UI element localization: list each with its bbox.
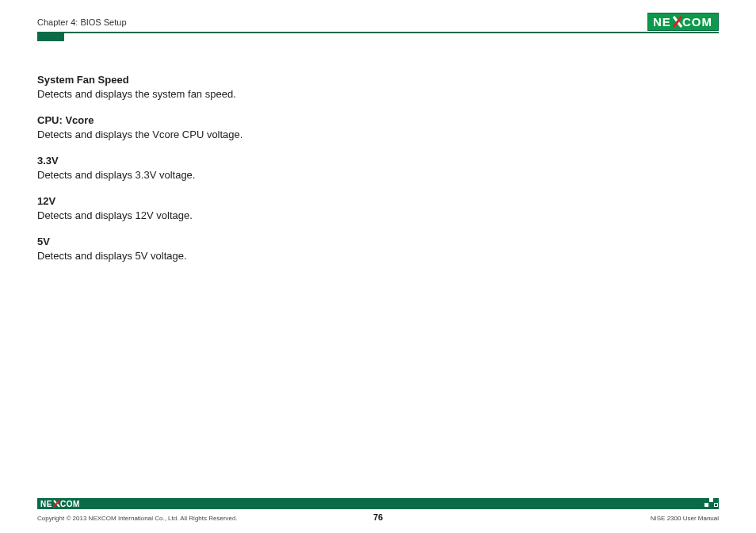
brand-logo-bottom: NE COM [40, 499, 86, 508]
spec-description: Detects and displays the system fan spee… [37, 87, 418, 102]
logo-text-right: COM [682, 15, 712, 29]
spec-heading: System Fan Speed [37, 73, 418, 87]
footer-bar: NE COM [37, 498, 719, 509]
spec-heading: 12V [37, 194, 418, 209]
spec-description: Detects and displays the Vcore CPU volta… [37, 128, 418, 142]
chapter-title: Chapter 4: BIOS Setup [37, 17, 127, 27]
brand-logo-top: NE COM [647, 13, 719, 34]
spec-heading: 5V [37, 235, 418, 249]
page-number: 76 [0, 512, 756, 522]
spec-item: 3.3V Detects and displays 3.3V voltage. [37, 154, 418, 182]
page: Chapter 4: BIOS Setup NE COM System Fan … [0, 0, 756, 533]
spec-heading: 3.3V [37, 154, 418, 168]
spec-description: Detects and displays 3.3V voltage. [37, 168, 418, 182]
nexcom-logo-icon: NE COM [647, 13, 719, 31]
svg-text:COM: COM [60, 500, 80, 508]
spec-description: Detects and displays 12V voltage. [37, 209, 418, 223]
page-header: Chapter 4: BIOS Setup [37, 14, 719, 29]
spec-item: 12V Detects and displays 12V voltage. [37, 194, 418, 222]
svg-text:NE: NE [40, 500, 52, 508]
spec-description: Detects and displays 5V voltage. [37, 249, 418, 263]
footer-marker-icon [704, 498, 719, 509]
nexcom-logo-small-icon: NE COM [40, 499, 86, 508]
spec-item: 5V Detects and displays 5V voltage. [37, 235, 418, 263]
logo-text-left: NE [653, 15, 671, 29]
spec-item: CPU: Vcore Detects and displays the Vcor… [37, 113, 418, 141]
content-area: System Fan Speed Detects and displays th… [37, 73, 418, 275]
header-rule [37, 32, 719, 33]
spec-heading: CPU: Vcore [37, 113, 418, 128]
side-tab [37, 32, 64, 41]
manual-name: NISE 2300 User Manual [651, 515, 719, 522]
spec-item: System Fan Speed Detects and displays th… [37, 73, 418, 101]
